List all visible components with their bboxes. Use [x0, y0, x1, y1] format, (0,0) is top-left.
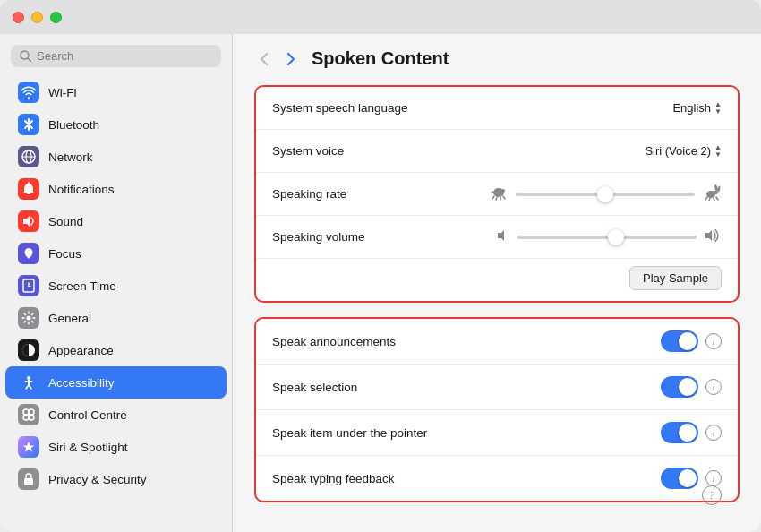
speak-announcements-controls: i — [661, 330, 722, 352]
sidebar-item-bluetooth[interactable]: Bluetooth — [5, 108, 227, 141]
sidebar-item-label-controlcentre: Control Centre — [48, 408, 127, 422]
sidebar-item-controlcentre[interactable]: Control Centre — [5, 399, 227, 431]
bluetooth-icon — [18, 114, 39, 135]
svg-line-25 — [492, 196, 494, 199]
app-window: Wi-FiBluetoothNetworkNotificationsSoundF… — [0, 0, 761, 532]
svg-marker-39 — [705, 230, 712, 241]
detail-panel: Spoken Content System speech language En… — [233, 34, 761, 532]
speak-selection-label: Speak selection — [272, 381, 661, 394]
svg-line-17 — [29, 385, 31, 389]
sidebar-item-label-siri: Siri & Spotlight — [48, 441, 128, 454]
sidebar-item-label-wifi: Wi-Fi — [48, 86, 76, 99]
sidebar-item-notifications[interactable]: Notifications — [5, 173, 227, 205]
svg-point-18 — [23, 409, 29, 415]
general-icon — [18, 307, 39, 329]
sidebar-item-privacy[interactable]: Privacy & Security — [5, 463, 227, 495]
svg-line-35 — [709, 198, 710, 201]
search-input[interactable] — [37, 49, 212, 63]
svg-point-33 — [717, 185, 721, 192]
main-content: Wi-FiBluetoothNetworkNotificationsSoundF… — [0, 34, 761, 532]
sidebar-item-label-notifications: Notifications — [48, 183, 115, 196]
sidebar-item-siri[interactable]: Siri & Spotlight — [5, 431, 227, 463]
page-title: Spoken Content — [312, 48, 449, 69]
speak-typing-toggle[interactable] — [661, 468, 698, 489]
sidebar-item-accessibility[interactable]: Accessibility — [5, 366, 227, 399]
svg-line-29 — [492, 192, 493, 193]
privacy-icon — [18, 468, 39, 490]
speaking-rate-slider-container — [489, 184, 722, 203]
speaking-rate-row: Speaking rate — [256, 173, 738, 216]
sidebar-item-label-sound: Sound — [48, 215, 83, 228]
sidebar-item-label-appearance: Appearance — [48, 344, 114, 357]
system-voice-row: System voice Siri (Voice 2) ▲ ▼ — [256, 130, 738, 173]
speak-selection-info[interactable]: i — [705, 379, 722, 395]
svg-point-24 — [501, 189, 505, 193]
svg-line-1 — [28, 58, 31, 62]
speak-pointer-toggle[interactable] — [661, 422, 698, 443]
svg-point-20 — [23, 415, 29, 420]
speech-language-value[interactable]: English ▲ ▼ — [672, 100, 722, 116]
play-sample-container: Play Sample — [256, 259, 738, 301]
sidebar-item-appearance[interactable]: Appearance — [5, 334, 227, 366]
minimize-button[interactable] — [31, 12, 43, 23]
maximize-button[interactable] — [50, 12, 62, 23]
system-voice-stepper[interactable]: ▲ ▼ — [714, 143, 722, 159]
svg-marker-7 — [23, 216, 30, 227]
notifications-icon — [18, 178, 39, 200]
speaking-rate-min-icon — [489, 184, 509, 203]
search-box[interactable] — [11, 45, 221, 67]
appearance-icon — [18, 339, 39, 361]
speak-selection-controls: i — [661, 376, 722, 398]
play-sample-button[interactable]: Play Sample — [629, 266, 722, 290]
svg-line-37 — [716, 197, 718, 200]
search-icon — [20, 50, 31, 62]
sidebar-item-sound[interactable]: Sound — [5, 205, 227, 237]
detail-footer: ? — [254, 517, 740, 518]
speak-typing-label: Speak typing feedback — [272, 472, 661, 485]
speak-pointer-controls: i — [661, 422, 722, 443]
close-button[interactable] — [13, 12, 24, 23]
speaking-volume-slider[interactable] — [517, 236, 697, 239]
screentime-icon — [18, 275, 39, 296]
speak-announcements-toggle[interactable] — [661, 330, 698, 352]
sidebar-item-label-privacy: Privacy & Security — [48, 473, 147, 486]
sidebar-item-wifi[interactable]: Wi-Fi — [5, 76, 227, 108]
svg-line-36 — [714, 198, 714, 201]
speak-pointer-info[interactable]: i — [705, 425, 722, 441]
system-voice-label: System voice — [272, 144, 645, 158]
sidebar-item-label-screentime: Screen Time — [48, 279, 116, 293]
forward-button[interactable] — [281, 49, 301, 69]
speaking-volume-slider-container — [496, 229, 722, 245]
speak-announcements-row: Speak announcements i — [256, 319, 738, 365]
back-button[interactable] — [254, 49, 274, 69]
network-icon — [18, 146, 39, 167]
sidebar-item-label-general: General — [48, 312, 91, 325]
svg-point-19 — [29, 409, 34, 415]
svg-rect-5 — [27, 193, 30, 194]
speaking-volume-label: Speaking volume — [272, 230, 496, 244]
speak-selection-row: Speak selection i — [256, 365, 738, 410]
speech-language-stepper[interactable]: ▲ ▼ — [714, 100, 722, 116]
sidebar-item-focus[interactable]: Focus — [5, 237, 227, 270]
svg-line-26 — [496, 197, 497, 200]
svg-point-21 — [29, 415, 34, 420]
help-button[interactable]: ? — [702, 485, 722, 505]
toggle-knob — [679, 424, 697, 442]
svg-line-34 — [705, 197, 707, 200]
speak-selection-toggle[interactable] — [661, 376, 698, 398]
speak-pointer-row: Speak item under the pointer i — [256, 410, 738, 456]
speak-options-card: Speak announcements i Speak selection — [254, 317, 740, 502]
system-voice-value[interactable]: Siri (Voice 2) ▲ ▼ — [645, 143, 722, 159]
svg-rect-22 — [24, 478, 33, 485]
sidebar-item-label-bluetooth: Bluetooth — [48, 118, 99, 132]
siri-icon — [18, 436, 39, 458]
speaking-rate-slider[interactable] — [516, 193, 695, 196]
sidebar-item-network[interactable]: Network — [5, 141, 227, 173]
toggle-knob — [679, 378, 697, 396]
sidebar-item-screentime[interactable]: Screen Time — [5, 270, 227, 302]
speak-typing-info[interactable]: i — [705, 470, 722, 486]
sidebar-item-general[interactable]: General — [5, 302, 227, 334]
speak-announcements-info[interactable]: i — [705, 333, 722, 349]
svg-point-11 — [27, 316, 31, 321]
speaking-rate-max-icon — [702, 184, 722, 203]
